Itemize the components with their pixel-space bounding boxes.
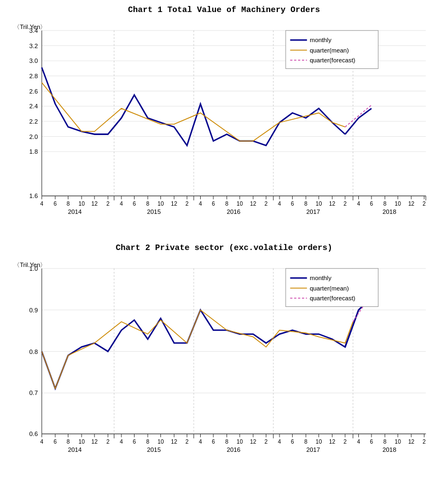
svg-text:2: 2 [185, 439, 189, 445]
svg-text:〈Tril.Yen〉: 〈Tril.Yen〉 [14, 261, 46, 268]
chart1-svg: 3.4 3.2 3.0 2.8 2.6 2.4 2.2 2.0 1.8 1.6 … [11, 19, 437, 233]
chart1-title: Chart 1 Total Value of Machinery Orders [11, 5, 437, 15]
svg-text:6: 6 [212, 201, 215, 207]
chart2-container: Chart 2 Private sector (exc.volatile ord… [11, 243, 437, 470]
svg-text:2: 2 [344, 439, 347, 445]
svg-text:2.0: 2.0 [30, 133, 38, 140]
svg-text:2: 2 [344, 201, 347, 207]
svg-text:12: 12 [91, 201, 98, 207]
svg-text:6: 6 [133, 439, 136, 445]
svg-text:4: 4 [40, 439, 44, 445]
svg-text:6: 6 [54, 439, 57, 445]
svg-text:2018: 2018 [382, 446, 396, 453]
svg-text:3.0: 3.0 [30, 57, 38, 64]
svg-text:2018: 2018 [382, 208, 396, 215]
svg-text:2015: 2015 [147, 446, 161, 453]
svg-text:quarter(mean): quarter(mean) [310, 285, 349, 292]
svg-text:2016: 2016 [226, 208, 240, 215]
svg-text:0.8: 0.8 [30, 348, 38, 355]
svg-text:2017: 2017 [306, 208, 320, 215]
svg-text:2: 2 [185, 201, 189, 207]
svg-text:2: 2 [423, 201, 426, 207]
svg-text:2014: 2014 [68, 208, 82, 215]
svg-text:quarter(forecast): quarter(forecast) [310, 57, 356, 63]
svg-text:12: 12 [329, 201, 336, 207]
svg-text:8: 8 [304, 201, 307, 207]
svg-text:10: 10 [395, 201, 402, 207]
svg-text:2016: 2016 [226, 446, 240, 453]
svg-text:6: 6 [291, 439, 294, 445]
svg-text:monthly: monthly [310, 37, 331, 43]
svg-text:8: 8 [67, 201, 70, 207]
chart2-title: Chart 2 Private sector (exc.volatile ord… [11, 243, 437, 253]
svg-text:4: 4 [278, 439, 281, 445]
svg-text:12: 12 [408, 439, 415, 445]
svg-text:2015: 2015 [147, 208, 161, 215]
svg-text:quarter(mean): quarter(mean) [310, 47, 349, 54]
svg-text:2.2: 2.2 [30, 118, 38, 125]
svg-text:8: 8 [304, 439, 307, 445]
svg-text:8: 8 [225, 201, 229, 207]
svg-text:8: 8 [383, 201, 387, 207]
svg-text:4: 4 [357, 439, 360, 445]
svg-text:2017: 2017 [306, 446, 320, 453]
svg-text:4: 4 [120, 439, 123, 445]
svg-text:〈Tril.Yen〉: 〈Tril.Yen〉 [14, 24, 46, 30]
svg-text:2.6: 2.6 [30, 88, 38, 95]
svg-text:6: 6 [133, 201, 136, 207]
chart1-area: 3.4 3.2 3.0 2.8 2.6 2.4 2.2 2.0 1.8 1.6 … [11, 19, 437, 233]
svg-text:2: 2 [265, 439, 268, 445]
svg-text:12: 12 [250, 439, 257, 445]
svg-text:6: 6 [291, 201, 294, 207]
page: Chart 1 Total Value of Machinery Orders [0, 0, 448, 487]
svg-text:8: 8 [383, 439, 387, 445]
svg-text:4: 4 [40, 201, 44, 207]
svg-text:10: 10 [158, 439, 164, 445]
svg-text:6: 6 [370, 439, 373, 445]
svg-text:monthly: monthly [310, 275, 331, 281]
svg-text:8: 8 [146, 201, 149, 207]
chart2-svg: 1.0 0.9 0.8 0.7 0.6 〈Tril.Yen〉 [11, 257, 437, 470]
svg-text:4: 4 [199, 439, 202, 445]
svg-text:12: 12 [171, 201, 178, 207]
svg-text:0.7: 0.7 [30, 390, 38, 396]
svg-text:quarter(forecast): quarter(forecast) [310, 295, 356, 301]
svg-text:10: 10 [395, 439, 402, 445]
svg-text:4: 4 [278, 201, 281, 207]
svg-text:10: 10 [236, 439, 243, 445]
svg-text:10: 10 [316, 439, 322, 445]
chart1-container: Chart 1 Total Value of Machinery Orders [11, 5, 437, 233]
svg-text:2: 2 [106, 201, 109, 207]
svg-text:2.8: 2.8 [30, 73, 38, 79]
svg-text:4: 4 [199, 201, 202, 207]
svg-text:12: 12 [329, 439, 336, 445]
svg-text:6: 6 [370, 201, 373, 207]
svg-text:3.2: 3.2 [30, 43, 38, 49]
svg-text:12: 12 [171, 439, 178, 445]
svg-text:1.8: 1.8 [30, 148, 38, 155]
svg-text:6: 6 [54, 201, 57, 207]
svg-text:8: 8 [146, 439, 149, 445]
svg-text:4: 4 [357, 201, 360, 207]
svg-text:2: 2 [106, 439, 109, 445]
chart2-area: 1.0 0.9 0.8 0.7 0.6 〈Tril.Yen〉 [11, 257, 437, 470]
svg-text:2014: 2014 [68, 446, 82, 453]
svg-text:12: 12 [250, 201, 257, 207]
svg-text:10: 10 [158, 201, 164, 207]
svg-text:6: 6 [212, 439, 215, 445]
svg-text:10: 10 [78, 201, 85, 207]
svg-text:2.4: 2.4 [30, 103, 38, 109]
svg-text:1.6: 1.6 [30, 193, 38, 199]
svg-text:10: 10 [316, 201, 322, 207]
svg-text:12: 12 [408, 201, 415, 207]
svg-text:10: 10 [78, 439, 85, 445]
svg-text:8: 8 [225, 439, 229, 445]
svg-text:0.6: 0.6 [30, 431, 38, 437]
svg-text:12: 12 [91, 439, 98, 445]
svg-text:2: 2 [265, 201, 268, 207]
svg-text:2: 2 [423, 439, 426, 445]
svg-text:4: 4 [120, 201, 123, 207]
svg-text:10: 10 [236, 201, 243, 207]
svg-text:8: 8 [67, 439, 70, 445]
svg-text:0.9: 0.9 [30, 307, 38, 313]
